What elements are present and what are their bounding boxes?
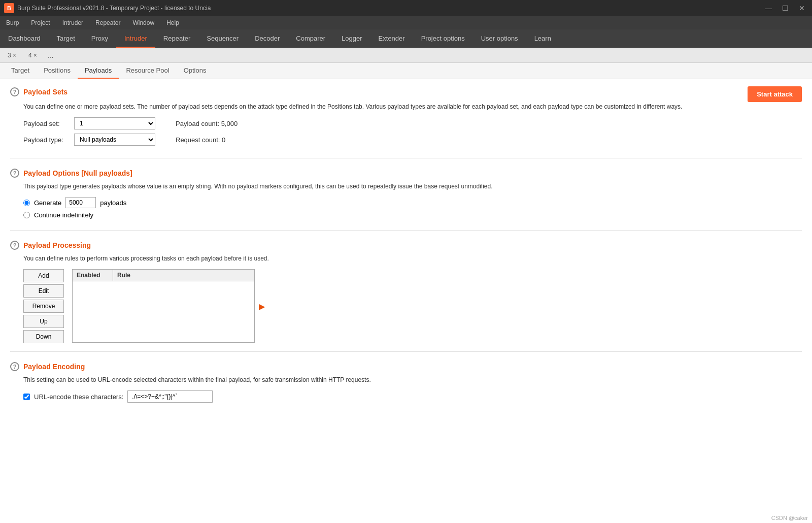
payload-sets-title: Payload Sets [23,88,67,96]
payload-processing-header: ? Payload Processing [10,241,802,250]
tab-intruder[interactable]: Intruder [116,29,155,48]
menu-window[interactable]: Window [126,16,160,29]
proc-table-body [73,281,254,342]
tab-decoder[interactable]: Decoder [247,29,288,48]
titlebar-controls[interactable]: — ☐ ✕ [762,3,808,13]
col-enabled: Enabled [73,270,113,281]
payload-encoding-desc: This setting can be used to URL-encode s… [23,375,802,384]
burp-logo: B [4,3,14,13]
menu-repeater[interactable]: Repeater [89,16,126,29]
remove-rule-button[interactable]: Remove [23,300,64,313]
payload-sets-help[interactable]: ? [10,87,19,96]
continue-row: Continue indefinitely [23,211,802,219]
payload-set-row: Payload set: 1 2 3 Payload count: 5,000 [23,117,802,129]
continue-label: Continue indefinitely [34,211,93,219]
generate-count-input[interactable] [65,197,96,208]
col-rule: Rule [113,270,254,281]
menu-help[interactable]: Help [160,16,185,29]
payload-encoding-section: ? Payload Encoding This setting can be u… [10,362,802,411]
intruder-tab-payloads[interactable]: Payloads [78,63,119,79]
intruder-tab-positions[interactable]: Positions [37,63,78,79]
minimize-button[interactable]: — [762,3,775,13]
tab-repeater[interactable]: Repeater [155,29,198,48]
tab-logger[interactable]: Logger [333,29,370,48]
url-encode-label: URL-encode these characters: [34,393,123,401]
up-rule-button[interactable]: Up [23,315,64,328]
tab-extender[interactable]: Extender [370,29,413,48]
payload-set-label: Payload set: [23,120,69,127]
payload-options-help[interactable]: ? [10,169,19,178]
intruder-tab-target[interactable]: Target [4,63,37,79]
continue-radio[interactable] [23,212,30,218]
add-rule-button[interactable]: Add [23,269,64,282]
maximize-button[interactable]: ☐ [779,3,792,13]
tab-dashboard[interactable]: Dashboard [0,29,49,48]
titlebar-left: B Burp Suite Professional v2021.8 - Temp… [4,3,211,13]
subtab-more[interactable]: ... [44,50,58,60]
nav-tabs: Dashboard Target Proxy Intruder Repeater… [0,29,812,48]
payload-encoding-title: Payload Encoding [23,363,85,371]
subtab-3[interactable]: 3 × [2,49,22,61]
generate-radio[interactable] [23,200,30,206]
tab-user-options[interactable]: User options [473,29,526,48]
payload-encoding-help[interactable]: ? [10,362,19,371]
proc-table-wrapper: Enabled Rule ▶ [72,269,255,343]
start-attack-button[interactable]: Start attack [748,86,802,102]
payload-options-desc: This payload type generates payloads who… [23,182,802,191]
payload-sets-section: Start attack ? Payload Sets You can defi… [10,87,802,158]
processing-controls: Add Edit Remove Up Down Enabled Rule ▶ [23,269,802,343]
proc-arrow-icon: ▶ [259,302,265,311]
proc-table-header: Enabled Rule [73,270,254,281]
menu-intruder[interactable]: Intruder [56,16,89,29]
subtab-4[interactable]: 4 × [23,49,43,61]
payload-options-title: Payload Options [Null payloads] [23,169,132,177]
tab-project-options[interactable]: Project options [413,29,473,48]
intruder-tabs: Target Positions Payloads Resource Pool … [0,63,812,79]
payload-type-select[interactable]: Simple list Runtime file Custom iterator… [74,134,155,146]
menu-project[interactable]: Project [25,16,56,29]
payload-options-section: ? Payload Options [Null payloads] This p… [10,169,802,231]
payload-sets-header: ? Payload Sets [10,87,748,96]
payload-type-label: Payload type: [23,136,69,144]
payload-count-info: Payload count: 5,000 [176,120,238,127]
request-count-info: Request count: 0 [176,136,225,144]
payload-processing-desc: You can define rules to perform various … [23,254,802,263]
edit-rule-button[interactable]: Edit [23,284,64,298]
payload-processing-help[interactable]: ? [10,241,19,250]
payload-set-select[interactable]: 1 2 3 [74,117,155,129]
payload-options-header: ? Payload Options [Null payloads] [10,169,802,178]
payloads-label: payloads [100,199,126,207]
intruder-tab-resource-pool[interactable]: Resource Pool [119,63,176,79]
menubar: Burp Project Intruder Repeater Window He… [0,16,812,29]
payload-sets-desc: You can define one or more payload sets.… [23,102,802,111]
sub-tabs-row: 3 × 4 × ... [0,48,812,63]
tab-proxy[interactable]: Proxy [83,29,116,48]
titlebar: B Burp Suite Professional v2021.8 - Temp… [0,0,812,16]
encode-chars-input[interactable] [127,390,213,403]
close-button[interactable]: ✕ [796,3,808,13]
payload-processing-title: Payload Processing [23,241,91,249]
main-content: Start attack ? Payload Sets You can defi… [0,79,812,523]
proc-buttons: Add Edit Remove Up Down [23,269,64,343]
intruder-tab-options[interactable]: Options [177,63,214,79]
tab-sequencer[interactable]: Sequencer [198,29,247,48]
proc-table: Enabled Rule [72,269,255,343]
tab-comparer[interactable]: Comparer [288,29,333,48]
watermark: CSDN @caker [771,515,808,521]
tab-target[interactable]: Target [49,29,83,48]
titlebar-title: Burp Suite Professional v2021.8 - Tempor… [17,5,211,12]
encoding-row: URL-encode these characters: [23,390,802,403]
payload-type-row: Payload type: Simple list Runtime file C… [23,134,802,146]
tab-learn[interactable]: Learn [526,29,559,48]
url-encode-checkbox[interactable] [23,394,30,400]
down-rule-button[interactable]: Down [23,330,64,343]
menu-burp[interactable]: Burp [0,16,25,29]
payload-encoding-header: ? Payload Encoding [10,362,802,371]
payload-processing-section: ? Payload Processing You can define rule… [10,241,802,352]
generate-label: Generate [34,199,61,207]
generate-row: Generate payloads [23,197,802,208]
